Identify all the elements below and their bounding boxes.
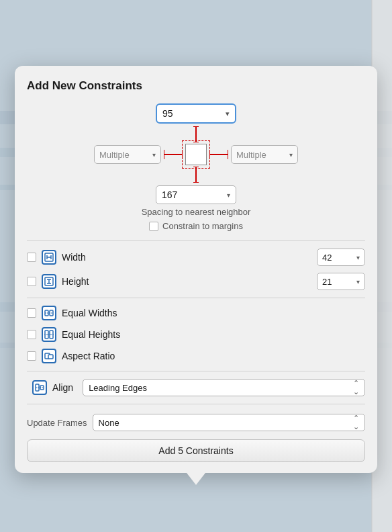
- height-arrow: ▾: [356, 278, 360, 285]
- panel-title: Add New Constraints: [27, 79, 365, 93]
- left-hbeam-icon: [164, 148, 183, 161]
- align-label: Align: [52, 382, 73, 393]
- update-frames-value: None: [99, 418, 119, 428]
- aspect-ratio-icon: [42, 349, 56, 363]
- update-frames-label: Update Frames: [27, 418, 87, 428]
- add-constraints-button[interactable]: Add 5 Constraints: [27, 439, 365, 462]
- constrain-margins-checkbox[interactable]: [149, 222, 158, 231]
- bottom-spacing-input[interactable]: 167 ▾: [156, 185, 236, 204]
- svg-rect-36: [48, 355, 53, 359]
- width-label: Width: [62, 252, 311, 263]
- dashed-outline: [182, 140, 210, 169]
- divider-3: [27, 371, 365, 371]
- update-frames-dropdown[interactable]: None ⌃⌄: [93, 414, 365, 431]
- equal-widths-row: Equal Widths: [27, 302, 365, 324]
- right-spacing-dropdown[interactable]: Multiple ▾: [231, 145, 298, 164]
- aspect-ratio-row: Aspect Ratio: [27, 345, 365, 367]
- bottom-ibeam-icon: [27, 167, 365, 183]
- bottom-spacing-arrow: ▾: [227, 191, 230, 199]
- constrain-margins-label: Constrain to margins: [162, 221, 243, 231]
- equal-widths-checkbox[interactable]: [27, 308, 36, 318]
- right-hbeam-icon: [209, 148, 228, 161]
- width-icon: [42, 250, 56, 265]
- aspect-ratio-label: Aspect Ratio: [62, 351, 365, 361]
- height-value-dropdown[interactable]: 21 ▾: [317, 273, 365, 290]
- update-frames-arrow: ⌃⌄: [353, 414, 359, 431]
- height-icon: [42, 274, 56, 289]
- equal-heights-row: Equal Heights: [27, 324, 365, 345]
- top-spacing-value: 95: [162, 108, 173, 119]
- update-frames-row: Update Frames None ⌃⌄: [27, 408, 365, 437]
- center-element-box: [185, 144, 207, 165]
- spacing-label: Spacing to nearest neighbor: [27, 207, 365, 217]
- align-dropdown-arrow: ⌃⌄: [353, 379, 359, 396]
- bottom-spacing-value: 167: [162, 189, 177, 200]
- height-checkbox[interactable]: [27, 277, 36, 286]
- width-arrow: ▾: [356, 254, 360, 261]
- align-value: Leading Edges: [89, 383, 147, 393]
- equal-widths-icon: [42, 306, 56, 320]
- aspect-ratio-checkbox[interactable]: [27, 351, 36, 361]
- divider-4: [27, 404, 365, 404]
- equal-heights-icon: [42, 327, 56, 342]
- top-spacing-arrow: ▾: [226, 109, 230, 118]
- right-dropdown-arrow: ▾: [289, 151, 293, 159]
- top-spacing-input[interactable]: 95 ▾: [156, 103, 236, 124]
- width-checkbox[interactable]: [27, 253, 36, 262]
- height-value: 21: [322, 277, 332, 287]
- constraints-panel: Add New Constraints 95 ▾ Multiple ▾: [15, 66, 377, 473]
- width-value: 42: [322, 253, 332, 263]
- left-dropdown-arrow: ▾: [152, 151, 156, 159]
- left-spacing-dropdown[interactable]: Multiple ▾: [94, 145, 161, 164]
- align-value-dropdown[interactable]: Leading Edges ⌃⌄: [83, 379, 365, 396]
- align-icon: [32, 380, 47, 395]
- height-constraint-row: Height 21 ▾: [27, 269, 365, 294]
- width-value-dropdown[interactable]: 42 ▾: [317, 249, 365, 266]
- align-row: Align Leading Edges ⌃⌄: [27, 375, 365, 400]
- equal-heights-label: Equal Heights: [62, 329, 365, 340]
- divider-2: [27, 298, 365, 298]
- right-dropdown-value: Multiple: [236, 150, 266, 160]
- equal-widths-label: Equal Widths: [62, 308, 365, 318]
- divider-1: [27, 240, 365, 241]
- left-dropdown-value: Multiple: [99, 150, 130, 160]
- equal-heights-checkbox[interactable]: [27, 330, 36, 339]
- width-constraint-row: Width 42 ▾: [27, 245, 365, 269]
- height-label: Height: [62, 276, 311, 287]
